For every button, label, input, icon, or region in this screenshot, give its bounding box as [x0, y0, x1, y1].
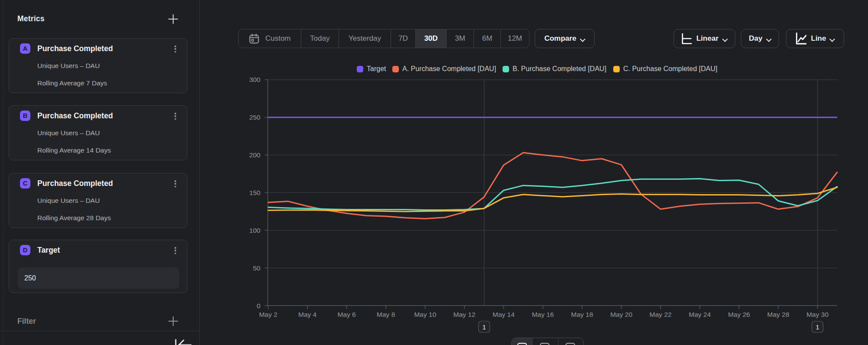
svg-text:May 18: May 18 — [571, 311, 593, 318]
svg-text:May 22: May 22 — [650, 311, 672, 318]
svg-text:1: 1 — [815, 323, 819, 331]
svg-text:May 16: May 16 — [532, 311, 554, 318]
svg-text:100: 100 — [249, 227, 260, 234]
svg-text:May 26: May 26 — [728, 311, 750, 318]
svg-text:300: 300 — [249, 76, 260, 83]
svg-text:250: 250 — [249, 114, 260, 121]
svg-text:May 24: May 24 — [689, 311, 711, 318]
svg-text:May 30: May 30 — [806, 311, 829, 318]
svg-text:May 2: May 2 — [259, 311, 277, 318]
svg-text:May 12: May 12 — [454, 311, 476, 318]
svg-text:200: 200 — [249, 151, 260, 159]
svg-text:150: 150 — [249, 189, 260, 196]
svg-text:May 4: May 4 — [298, 311, 317, 318]
svg-text:May 14: May 14 — [493, 311, 515, 318]
svg-text:50: 50 — [253, 264, 261, 272]
svg-text:May 20: May 20 — [610, 311, 632, 318]
svg-text:May 28: May 28 — [767, 311, 789, 318]
svg-text:1: 1 — [482, 323, 486, 331]
svg-text:0: 0 — [256, 302, 260, 309]
svg-text:May 6: May 6 — [338, 311, 356, 318]
svg-text:May 10: May 10 — [414, 311, 436, 318]
svg-text:May 8: May 8 — [377, 311, 395, 318]
